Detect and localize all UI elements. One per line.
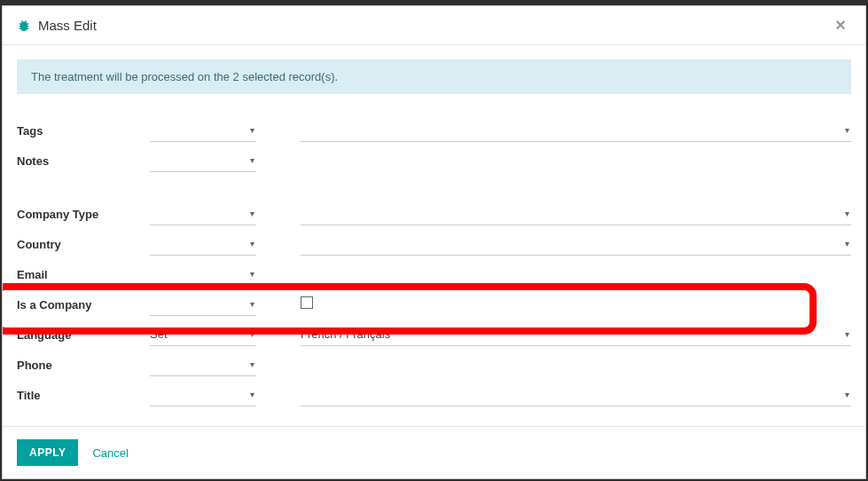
modal-header: Mass Edit × [3,6,865,45]
action-notes[interactable] [150,149,256,172]
mass-edit-modal: Mass Edit × The treatment will be proces… [2,5,866,479]
bug-icon [17,19,31,33]
close-button[interactable]: × [830,15,851,35]
action-email[interactable] [150,263,256,286]
row-tags: Tags [17,115,851,146]
modal-body: The treatment will be processed on the 2… [3,45,865,426]
row-email: Email [17,259,851,289]
label-email: Email [17,259,150,289]
info-alert: The treatment will be processed on the 2… [17,59,851,94]
action-language[interactable]: Set [150,323,256,346]
action-tags[interactable] [150,119,256,142]
row-phone: Phone [17,350,851,380]
label-tags: Tags [17,115,150,146]
row-company-type: Company Type [17,199,851,229]
row-notes: Notes [17,146,851,176]
value-country[interactable] [301,233,851,256]
value-company-type[interactable] [301,202,851,225]
apply-button[interactable]: APPLY [17,439,78,466]
label-language: Language [17,319,150,350]
checkbox-is-company[interactable] [301,296,313,309]
action-company-type[interactable] [150,202,256,225]
value-language[interactable]: French / Français [301,323,851,346]
label-company-type: Company Type [17,199,150,229]
modal-title: Mass Edit [38,18,830,33]
action-phone[interactable] [150,353,256,376]
modal-footer: APPLY Cancel [3,426,865,478]
row-country: Country [17,229,851,259]
row-title: Title [17,380,851,410]
action-is-company[interactable] [150,293,256,316]
form-table: Tags Notes Company Type Country E [17,115,851,410]
value-title[interactable] [301,383,851,406]
label-phone: Phone [17,350,150,380]
row-is-company: Is a Company [17,289,851,319]
label-notes: Notes [17,146,150,176]
action-country[interactable] [150,233,256,256]
value-tags[interactable] [301,119,851,142]
action-title[interactable] [150,383,256,406]
row-language: Language Set French / Français [17,319,851,350]
label-is-company: Is a Company [17,289,150,319]
cancel-button[interactable]: Cancel [92,446,128,460]
label-country: Country [17,229,150,259]
label-title: Title [17,380,150,410]
